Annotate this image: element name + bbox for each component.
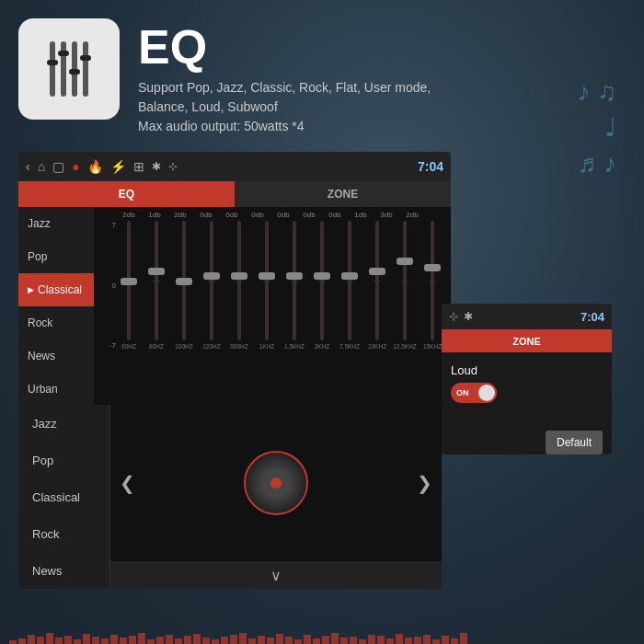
slider-track-eq-6[interactable] xyxy=(293,221,296,340)
slider-thumb-8[interactable] xyxy=(341,272,358,280)
flame-icon[interactable]: 🔥 xyxy=(87,159,103,174)
slider-thumb-10[interactable] xyxy=(397,258,413,265)
slider-col-9: 10KHZ xyxy=(364,221,390,350)
slider-thumb-6[interactable] xyxy=(286,272,303,280)
slider-track-eq-10[interactable] xyxy=(403,221,407,340)
slider-group: 60HZ80HZ100HZ120HZ500HZ1KHZ1.5KHZ2KHZ7.5… xyxy=(116,221,445,350)
slider-track-eq-2[interactable] xyxy=(182,221,186,340)
db-label-6: 0db xyxy=(270,211,296,219)
bottom-bar xyxy=(212,639,219,644)
slider-track-eq-9[interactable] xyxy=(375,221,379,340)
tab-zone[interactable]: ZONE xyxy=(235,181,451,207)
slider-thumb-11[interactable] xyxy=(424,264,441,271)
db-label-7: 0db xyxy=(296,211,322,219)
bottom-bar xyxy=(46,633,53,644)
bottom-sidebar-rock[interactable]: Rock xyxy=(18,515,109,552)
sidebar-item-classical[interactable]: Classical xyxy=(18,273,94,306)
bottom-chevron[interactable]: ∨ xyxy=(110,561,442,589)
slider-thumb-7[interactable] xyxy=(314,272,330,280)
bottom-sidebar-jazz[interactable]: Jazz xyxy=(18,405,109,442)
slider-col-7: 2KHZ xyxy=(309,221,335,350)
tab-eq[interactable]: EQ xyxy=(18,181,235,207)
bottom-sidebar-news[interactable]: News xyxy=(18,552,109,589)
slider-track-eq-7[interactable] xyxy=(320,221,324,340)
slider-track-2 xyxy=(61,41,66,97)
loud-toggle[interactable]: ON xyxy=(451,383,497,403)
bottom-bar xyxy=(221,637,228,644)
slider-col-8: 7.5KHZ xyxy=(337,221,362,350)
slider-knob-1 xyxy=(47,60,58,65)
sidebar-item-pop[interactable]: Pop xyxy=(18,240,94,273)
slider-thumb-1[interactable] xyxy=(148,268,165,275)
bottom-sidebar-pop[interactable]: Pop xyxy=(18,442,109,478)
db-label-8: 0db xyxy=(322,211,348,219)
slider-thumb-9[interactable] xyxy=(369,268,385,275)
freq-label-6: 1.5KHZ xyxy=(284,343,305,350)
bottom-bar xyxy=(74,639,81,644)
bottom-bar xyxy=(120,638,127,644)
slider-col-4: 500HZ xyxy=(226,221,252,350)
db-label-3: 0db xyxy=(193,211,219,219)
nav-left-arrow[interactable]: ❮ xyxy=(120,472,135,494)
bottom-bar xyxy=(396,634,403,644)
bottom-bar xyxy=(248,638,256,644)
sidebar-item-jazz[interactable]: Jazz xyxy=(18,207,94,240)
slider-track-4 xyxy=(83,41,88,97)
desc-line1: Support Pop, Jazz, Classic, Rock, Flat, … xyxy=(138,80,431,95)
slider-thumb-0[interactable] xyxy=(121,278,137,285)
bottom-bar xyxy=(28,635,35,644)
default-button[interactable]: Default xyxy=(546,431,603,454)
db-label-1: 1db xyxy=(142,211,167,219)
db-label-11: 2db xyxy=(399,211,425,219)
freq-label-3: 120HZ xyxy=(202,343,221,350)
desc-line3: Max audio output: 50watts *4 xyxy=(138,119,305,133)
record-icon[interactable]: ● xyxy=(72,159,79,174)
bottom-bar xyxy=(83,634,90,644)
slider-thumb-2[interactable] xyxy=(176,278,192,285)
photo-icon[interactable]: ⊞ xyxy=(133,159,144,174)
bottom-sidebar-classical[interactable]: Classical xyxy=(18,478,109,515)
slider-track-eq-0[interactable] xyxy=(127,221,131,340)
top-bar-time: 7:04 xyxy=(418,159,443,174)
usb-icon[interactable]: ⚡ xyxy=(110,159,126,174)
main-panel: ‹ ⌂ ▢ ● 🔥 ⚡ ⊞ ✱ ⊹ 7:04 EQ ZONE Jazz Pop … xyxy=(18,152,451,439)
slider-thumb-3[interactable] xyxy=(203,272,220,280)
freq-label-4: 500HZ xyxy=(230,343,248,350)
home-icon[interactable]: ⌂ xyxy=(38,159,45,174)
album-art-area: ❮ ❯ xyxy=(110,405,442,561)
slider-track-eq-11[interactable] xyxy=(431,221,434,340)
slider-track-eq-4[interactable] xyxy=(237,221,241,340)
freq-label-11: 15KHZ xyxy=(423,343,442,350)
bottom-bar xyxy=(156,637,164,644)
slider-track-1 xyxy=(50,41,55,97)
slider-thumb-4[interactable] xyxy=(231,272,247,280)
bt-signal-icon: ⊹ xyxy=(168,160,178,173)
toggle-knob xyxy=(478,385,495,401)
freq-label-10: 12.5KHZ xyxy=(393,343,417,350)
album-art-circle xyxy=(244,451,308,515)
bottom-bar xyxy=(92,637,99,644)
bottom-right-panel: ❮ ❯ ∨ xyxy=(110,405,442,589)
bottom-bar xyxy=(276,634,283,644)
square-icon[interactable]: ▢ xyxy=(52,159,64,174)
bottom-bar xyxy=(239,633,247,644)
slider-thumb-5[interactable] xyxy=(259,272,275,280)
bluetooth-icon: ✱ xyxy=(152,160,161,173)
slider-track-eq-3[interactable] xyxy=(210,221,213,340)
slider-track-eq-1[interactable] xyxy=(155,221,158,340)
back-icon[interactable]: ‹ xyxy=(26,159,30,174)
slider-track-eq-5[interactable] xyxy=(265,221,269,340)
slider-track-eq-8[interactable] xyxy=(348,221,351,340)
db-label-2: 2db xyxy=(167,211,193,219)
y-label-bot: -7 xyxy=(99,341,116,350)
sidebar-item-rock[interactable]: Rock xyxy=(18,306,94,339)
bottom-bar xyxy=(184,636,191,644)
album-center-dot xyxy=(270,477,282,489)
sidebar-item-urban[interactable]: Urban xyxy=(18,373,94,406)
bottom-bar xyxy=(138,633,145,644)
nav-right-arrow[interactable]: ❯ xyxy=(417,472,432,494)
app-title-area: EQ Support Pop, Jazz, Classic, Rock, Fla… xyxy=(138,18,431,136)
app-description: Support Pop, Jazz, Classic, Rock, Flat, … xyxy=(138,78,431,136)
header-area: EQ Support Pop, Jazz, Classic, Rock, Fla… xyxy=(18,18,626,136)
sidebar-item-news[interactable]: News xyxy=(18,339,94,373)
